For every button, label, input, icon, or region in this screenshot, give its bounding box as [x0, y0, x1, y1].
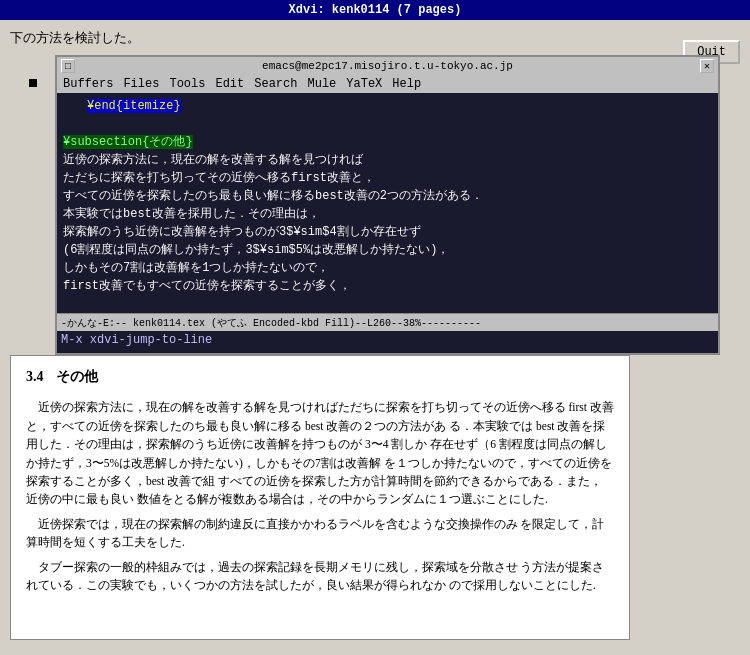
menu-tools[interactable]: Tools	[169, 77, 205, 91]
top-text: 下の方法を検討した。	[10, 29, 140, 47]
emacs-minibuffer[interactable]: M-x xdvi-jump-to-line	[57, 331, 718, 349]
menu-search[interactable]: Search	[254, 77, 297, 91]
menu-edit[interactable]: Edit	[215, 77, 244, 91]
emacs-line-3: ¥subsection{その他}	[63, 133, 712, 151]
emacs-line-2	[63, 115, 712, 133]
emacs-title: emacs@me2pc17.misojiro.t.u-tokyo.ac.jp	[262, 60, 513, 72]
emacs-line-8: 探索解のうち近傍に改善解を持つものが3$¥sim$4割しか存在せず	[63, 223, 712, 241]
emacs-close-x[interactable]: ✕	[700, 59, 714, 73]
emacs-line-7: 本実験ではbest改善を採用した．その理由は，	[63, 205, 712, 223]
section-number: 3.4	[26, 366, 44, 388]
doc-content: 3.4 その他 近傍の探索方法に，現在の解を改善する解を見つければただちに探索を…	[11, 356, 629, 610]
doc-paragraph-2: 近傍探索では，現在の探索解の制約違反に直接かかわるラベルを含むような交換操作のみ…	[26, 515, 614, 552]
emacs-minibuffer-text: M-x xdvi-jump-to-line	[61, 333, 212, 347]
doc-paragraph-1: 近傍の探索方法に，現在の解を改善する解を見つければただちに探索を打ち切ってその近…	[26, 398, 614, 508]
emacs-line-11: first改善でもすべての近傍を探索することが多く，	[63, 277, 712, 295]
emacs-line-10: しかもその7割は改善解を1つしか持たないので，	[63, 259, 712, 277]
emacs-window: □ emacs@me2pc17.misojiro.t.u-tokyo.ac.jp…	[55, 55, 720, 355]
section-heading: その他	[56, 366, 98, 388]
doc-left-margin	[0, 355, 10, 650]
section-title: 3.4 その他	[26, 366, 614, 388]
menu-yatex[interactable]: YaTeX	[346, 77, 382, 91]
title-label: Xdvi: kenk0114 (7 pages)	[289, 3, 462, 17]
emacs-content[interactable]: ¥end{itemize} ¥subsection{その他} 近傍の探索方法に，…	[57, 93, 718, 313]
menu-files[interactable]: Files	[123, 77, 159, 91]
document-area[interactable]: 3.4 その他 近傍の探索方法に，現在の解を改善する解を見つければただちに探索を…	[10, 355, 630, 640]
emacs-close-button[interactable]: □	[61, 59, 75, 73]
emacs-menu-bar: Buffers Files Tools Edit Search Mule YaT…	[57, 75, 718, 93]
menu-help[interactable]: Help	[392, 77, 421, 91]
title-bar: Xdvi: kenk0114 (7 pages)	[0, 0, 750, 20]
doc-wrapper: 3.4 その他 近傍の探索方法に，現在の解を改善する解を見つければただちに探索を…	[0, 355, 750, 650]
emacs-left-margin	[10, 55, 55, 355]
scroll-indicator	[29, 79, 37, 87]
emacs-line-5: ただちに探索を打ち切ってその近傍へ移るfirst改善と，	[63, 169, 712, 187]
emacs-line-4: 近傍の探索方法に，現在の解を改善する解を見つければ	[63, 151, 712, 169]
top-text-area: 下の方法を検討した。	[0, 20, 750, 55]
emacs-line-9: (6割程度は同点の解しか持たず，3$¥sim$5%は改悪解しか持たない)，	[63, 241, 712, 259]
emacs-title-bar: □ emacs@me2pc17.misojiro.t.u-tokyo.ac.jp…	[57, 57, 718, 75]
emacs-modeline-text: -かんな-E:-- kenk0114.tex (やてふ Encoded-kbd …	[61, 316, 481, 330]
menu-buffers[interactable]: Buffers	[63, 77, 113, 91]
emacs-line-6: すべての近傍を探索したのち最も良い解に移るbest改善の2つの方法がある．	[63, 187, 712, 205]
emacs-modeline: -かんな-E:-- kenk0114.tex (やてふ Encoded-kbd …	[57, 313, 718, 331]
xdvi-window: Xdvi: kenk0114 (7 pages) 下の方法を検討した。 Quit…	[0, 0, 750, 655]
menu-mule[interactable]: Mule	[307, 77, 336, 91]
emacs-line-1: ¥end{itemize}	[63, 97, 712, 115]
doc-paragraph-3: タブー探索の一般的枠組みでは，過去の探索記録を長期メモリに残し，探索域を分散させ…	[26, 558, 614, 595]
